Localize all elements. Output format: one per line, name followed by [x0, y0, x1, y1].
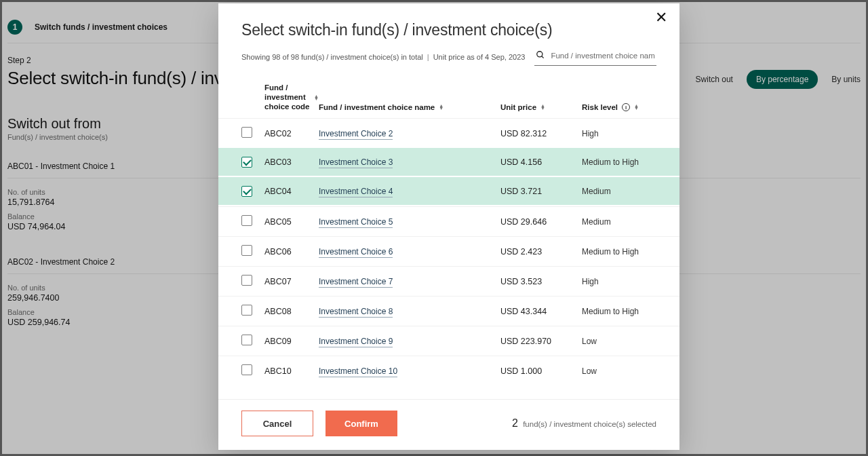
row-checkbox[interactable] — [241, 215, 252, 226]
unit-price: USD 4.156 — [500, 157, 582, 167]
unit-price: USD 43.344 — [500, 307, 582, 316]
fund-name-link[interactable]: Investment Choice 3 — [319, 157, 393, 168]
table-row[interactable]: ABC02Investment Choice 2USD 82.312High — [218, 118, 679, 148]
table-row[interactable]: ABC10Investment Choice 10USD 1.000Low — [218, 356, 679, 385]
unit-price: USD 1.000 — [500, 366, 582, 376]
header-name[interactable]: Fund / investment choice name — [319, 103, 435, 111]
table-row[interactable]: ABC07Investment Choice 7USD 3.523High — [218, 266, 679, 296]
risk-level: Medium to High — [582, 307, 656, 316]
fund-name-link[interactable]: Investment Choice 7 — [319, 277, 393, 288]
cancel-button[interactable]: Cancel — [241, 411, 313, 436]
sort-icon[interactable]: ▲▼ — [634, 104, 639, 110]
sort-icon[interactable]: ▲▼ — [314, 95, 319, 100]
selection-count: 2 fund(s) / investment choice(s) selecte… — [512, 417, 656, 430]
fund-code: ABC08 — [264, 307, 319, 316]
unit-price: USD 3.523 — [500, 277, 582, 286]
svg-line-1 — [542, 56, 544, 58]
risk-level: Low — [582, 366, 656, 376]
table-row[interactable]: ABC05Investment Choice 5USD 29.646Medium — [218, 206, 679, 236]
fund-code: ABC07 — [264, 277, 319, 286]
table-row[interactable]: ABC08Investment Choice 8USD 43.344Medium… — [218, 296, 679, 326]
row-checkbox[interactable] — [241, 157, 252, 168]
row-checkbox[interactable] — [241, 245, 252, 256]
row-checkbox[interactable] — [241, 335, 252, 345]
row-checkbox[interactable] — [241, 186, 252, 197]
showing-text: Showing 98 of 98 fund(s) / investment ch… — [241, 53, 423, 61]
risk-level: Medium to High — [582, 247, 656, 256]
info-icon[interactable]: i — [622, 103, 630, 111]
table-header: Fund / investment choice code▲▼ Fund / i… — [218, 73, 679, 118]
table-row[interactable]: ABC04Investment Choice 4USD 3.721Medium — [218, 177, 679, 206]
close-icon[interactable]: ✕ — [655, 9, 667, 26]
fund-name-link[interactable]: Investment Choice 2 — [319, 129, 393, 140]
fund-name-link[interactable]: Investment Choice 8 — [319, 307, 393, 318]
fund-code: ABC10 — [264, 366, 319, 376]
fund-code: ABC02 — [264, 129, 319, 138]
fund-select-modal: ✕ Select switch-in fund(s) / investment … — [218, 3, 679, 450]
unit-price-date: Unit price as of 4 Sep, 2023 — [433, 53, 526, 61]
row-checkbox[interactable] — [241, 127, 252, 138]
header-risk[interactable]: Risk level — [582, 103, 618, 111]
selected-count-suffix: fund(s) / investment choice(s) selected — [523, 420, 656, 428]
modal-title: Select switch-in fund(s) / investment ch… — [241, 21, 656, 39]
unit-price: USD 223.970 — [500, 337, 582, 346]
risk-level: High — [582, 129, 656, 138]
risk-level: High — [582, 277, 656, 286]
fund-name-link[interactable]: Investment Choice 4 — [319, 187, 393, 197]
fund-name-link[interactable]: Investment Choice 5 — [319, 217, 393, 228]
fund-code: ABC09 — [264, 337, 319, 346]
search-input[interactable] — [551, 52, 655, 60]
table-row[interactable]: ABC09Investment Choice 9USD 223.970Low — [218, 326, 679, 356]
header-code[interactable]: Fund / investment choice code — [264, 83, 310, 111]
fund-code: ABC03 — [264, 157, 319, 167]
sort-icon[interactable]: ▲▼ — [540, 104, 545, 110]
confirm-button[interactable]: Confirm — [326, 411, 397, 436]
search-icon — [536, 50, 545, 61]
fund-name-link[interactable]: Investment Choice 10 — [319, 366, 397, 377]
fund-name-link[interactable]: Investment Choice 9 — [319, 337, 393, 347]
table-row[interactable]: ABC06Investment Choice 6USD 2.423Medium … — [218, 236, 679, 266]
table-body: ABC02Investment Choice 2USD 82.312HighAB… — [218, 118, 679, 399]
risk-level: Low — [582, 337, 656, 346]
row-checkbox[interactable] — [241, 275, 252, 286]
row-checkbox[interactable] — [241, 305, 252, 316]
sort-icon[interactable]: ▲▼ — [439, 104, 443, 110]
search-field[interactable] — [534, 48, 656, 66]
unit-price: USD 2.423 — [500, 247, 582, 256]
separator: | — [427, 53, 429, 61]
fund-name-link[interactable]: Investment Choice 6 — [319, 247, 393, 258]
fund-code: ABC05 — [264, 217, 319, 227]
risk-level: Medium — [582, 187, 656, 196]
unit-price: USD 29.646 — [500, 217, 582, 227]
selected-count-number: 2 — [512, 417, 518, 429]
unit-price: USD 3.721 — [500, 187, 582, 196]
unit-price: USD 82.312 — [500, 129, 582, 138]
modal-footer: Cancel Confirm 2 fund(s) / investment ch… — [218, 399, 679, 450]
row-checkbox[interactable] — [241, 364, 252, 375]
header-price[interactable]: Unit price — [500, 103, 536, 111]
risk-level: Medium to High — [582, 157, 656, 167]
fund-code: ABC04 — [264, 187, 319, 196]
fund-code: ABC06 — [264, 247, 319, 256]
risk-level: Medium — [582, 217, 656, 227]
svg-point-0 — [537, 52, 542, 57]
table-row[interactable]: ABC03Investment Choice 3USD 4.156Medium … — [218, 148, 679, 177]
